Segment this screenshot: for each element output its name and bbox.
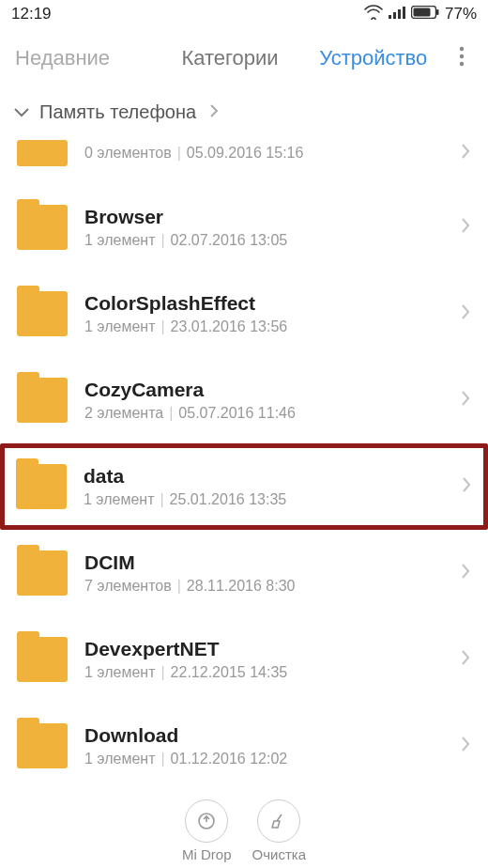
folder-name: Download (84, 724, 452, 747)
chevron-right-icon (461, 475, 472, 498)
top-tabs: Недавние Категории Устройство (0, 28, 488, 88)
clock: 12:19 (11, 5, 52, 23)
status-right: 77% (364, 5, 477, 24)
midrop-icon (185, 799, 228, 843)
svg-rect-0 (389, 15, 391, 19)
chevron-down-icon (13, 106, 30, 117)
breadcrumb[interactable]: Память телефона (0, 88, 488, 135)
folder-name: CozyCamera (84, 379, 452, 401)
list-item[interactable]: ColorSplashEffect 1 элемент|23.01.2016 1… (0, 271, 488, 357)
svg-rect-5 (413, 8, 430, 17)
list-item[interactable]: Browser 1 элемент|02.07.2016 13:05 (0, 184, 488, 271)
clean-button[interactable]: Очистка (252, 799, 306, 862)
svg-rect-3 (403, 7, 405, 19)
svg-rect-6 (436, 9, 439, 15)
folder-name: DCIM (84, 551, 452, 574)
svg-point-9 (460, 62, 464, 66)
chevron-right-icon (460, 142, 471, 164)
chevron-right-icon (460, 562, 471, 584)
svg-point-7 (460, 47, 464, 51)
svg-point-8 (460, 54, 464, 58)
chevron-right-icon (460, 735, 471, 757)
folder-name: DevexpertNET (84, 638, 452, 660)
chevron-right-icon (460, 389, 471, 411)
bottom-bar: Mi Drop Очистка (0, 799, 488, 862)
folder-name: ColorSplashEffect (84, 292, 452, 315)
overflow-menu-icon[interactable] (445, 45, 479, 71)
folder-list[interactable]: 0 элементов|05.09.2016 15:16 Browser 1 э… (0, 135, 488, 868)
midrop-label: Mi Drop (182, 846, 232, 862)
list-item[interactable]: CozyCamera 2 элемента|05.07.2016 11:46 (0, 357, 488, 443)
folder-icon (17, 291, 68, 336)
wifi-icon (364, 5, 383, 24)
chevron-right-icon (460, 648, 471, 671)
tab-recent[interactable]: Недавние (9, 46, 159, 70)
clean-label: Очистка (252, 846, 306, 862)
item-info: 0 элементов|05.09.2016 15:16 (84, 145, 452, 162)
battery-percent: 77% (445, 5, 477, 23)
list-item[interactable]: DevexpertNET 1 элемент|22.12.2015 14:35 (0, 616, 488, 703)
chevron-right-icon (460, 302, 471, 325)
svg-rect-1 (393, 12, 396, 19)
broom-icon (257, 799, 300, 843)
folder-icon (17, 378, 68, 423)
list-item[interactable]: DCIM 7 элементов|28.11.2016 8:30 (0, 530, 488, 616)
battery-icon (411, 5, 439, 23)
folder-icon (17, 140, 68, 166)
folder-icon (17, 637, 68, 682)
folder-icon (17, 205, 68, 250)
list-item-highlighted[interactable]: data 1 элемент|25.01.2016 13:35 (0, 443, 488, 530)
breadcrumb-label: Память телефона (39, 101, 196, 123)
status-bar: 12:19 77% (0, 0, 488, 28)
list-item[interactable]: 0 элементов|05.09.2016 15:16 (0, 135, 488, 184)
list-item[interactable]: Download 1 элемент|01.12.2016 12:02 (0, 703, 488, 789)
chevron-right-icon (209, 101, 219, 123)
midrop-button[interactable]: Mi Drop (182, 799, 232, 862)
chevron-right-icon (460, 216, 471, 239)
folder-name: data (84, 465, 453, 488)
folder-name: Browser (84, 206, 452, 228)
folder-icon (17, 723, 68, 768)
svg-rect-2 (398, 9, 401, 19)
folder-icon (16, 464, 67, 509)
tab-device[interactable]: Устройство (301, 46, 445, 70)
signal-icon (389, 5, 405, 23)
tab-categories[interactable]: Категории (159, 46, 302, 70)
folder-icon (17, 550, 68, 596)
